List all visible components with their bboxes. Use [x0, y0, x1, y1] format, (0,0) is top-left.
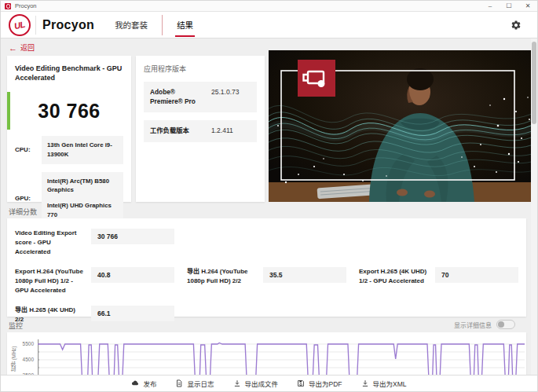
details-card: Video Editing Export score - GPU Acceler… — [7, 218, 526, 317]
logo-divider — [35, 16, 36, 35]
detail-label: 导出 H.265 (4K UHD) 2/2 — [15, 306, 84, 324]
export-file-button[interactable]: 导出成文件 — [233, 379, 279, 388]
window-titlebar: Procyon – ☐ ✕ — [1, 1, 537, 12]
show-log-button[interactable]: 显示日志 — [175, 379, 214, 388]
versions-heading: 应用程序版本 — [144, 64, 257, 74]
scrollbar-thumb[interactable] — [532, 42, 536, 124]
detail-cell: Export H.264 (YouTube 1080p Full HD) 1/2… — [15, 267, 174, 295]
brand-title: Procyon — [42, 18, 94, 32]
export-pdf-label: 导出为PDF — [309, 379, 342, 388]
chart-y-tick: 5500 — [7, 341, 34, 346]
monitoring-chart-svg — [38, 337, 525, 376]
cloud-upload-icon — [131, 379, 139, 387]
detail-label: Video Editing Export score - GPU Acceler… — [15, 229, 84, 257]
monitoring-heading: 监控 — [9, 321, 23, 331]
show-details-toggle-row: 显示详细信息 — [454, 320, 515, 329]
settings-button[interactable] — [511, 20, 522, 31]
cpu-label: CPU: — [15, 136, 42, 163]
show-log-label: 显示日志 — [187, 379, 214, 388]
version-value: 1.2.411 — [211, 126, 233, 136]
video-editing-logo — [298, 60, 335, 97]
detail-value: 40.8 — [91, 267, 174, 283]
detail-label: 导出 H.264 (YouTube 1080p Full HD) 2/2 — [187, 267, 256, 286]
app-icon — [5, 3, 11, 9]
version-name: 工作负载版本 — [150, 126, 207, 136]
detail-cell: 导出 H.264 (YouTube 1080p Full HD) 2/2 35.… — [187, 267, 346, 295]
version-row-workload: 工作负载版本 1.2.411 — [144, 120, 257, 142]
publish-label: 发布 — [143, 379, 156, 388]
minimize-button[interactable]: – — [481, 1, 500, 11]
cpu-value: 13th Gen Intel Core i9-13900K — [42, 136, 123, 163]
footer-toolbar: 发布 显示日志 导出成文件 导出为PDF 导出为XML — [1, 375, 537, 391]
detail-cell: Export H.265 (4K UHD) 1/2 - GPU Accelera… — [359, 267, 518, 295]
version-name: Adobe® Premiere® Pro — [150, 88, 207, 106]
toggle-knob — [498, 321, 504, 328]
scrollbar-track[interactable] — [531, 38, 537, 376]
gpu-line-2: Intel(R) UHD Graphics 770 — [47, 201, 118, 219]
export-xml-label: 导出为XML — [373, 379, 407, 388]
tab-divider — [162, 15, 163, 35]
back-arrow-icon: ← — [9, 43, 17, 53]
back-label: 返回 — [20, 42, 35, 53]
log-document-icon — [175, 379, 183, 387]
monitoring-chart — [38, 337, 525, 376]
export-file-label: 导出成文件 — [245, 379, 279, 388]
detail-label: Export H.265 (4K UHD) 1/2 - GPU Accelera… — [359, 267, 428, 286]
gear-icon — [511, 20, 522, 31]
window-title: Procyon — [15, 2, 37, 9]
details-heading: 详细分数 — [9, 207, 37, 217]
benchmark-score: 30 766 — [38, 100, 100, 123]
chart-y-tick: 4500 — [7, 357, 34, 362]
app-header: UL Procyon 我的套装 结果 — [1, 12, 537, 38]
score-row: 30 766 — [15, 93, 123, 128]
detail-cell: 导出 H.265 (4K UHD) 2/2 66.1 — [15, 306, 174, 324]
score-accent-bar — [7, 92, 10, 130]
detail-value: 35.5 — [263, 267, 346, 283]
show-details-toggle[interactable] — [496, 320, 515, 329]
close-button[interactable]: ✕ — [518, 1, 537, 11]
benchmark-hero-image — [269, 50, 533, 202]
detail-cell: Video Editing Export score - GPU Acceler… — [15, 229, 174, 257]
gpu-value: Intel(R) Arc(TM) B580 Graphics Intel(R) … — [42, 172, 123, 225]
back-button[interactable]: ← 返回 — [9, 42, 35, 53]
versions-card: 应用程序版本 Adobe® Premiere® Pro 25.1.0.73 工作… — [136, 56, 265, 202]
detail-value: 66.1 — [91, 306, 174, 321]
hero-illustration — [269, 50, 533, 202]
toggle-label: 显示详细信息 — [454, 321, 492, 329]
tab-results[interactable]: 结果 — [177, 12, 193, 38]
version-row-premiere: Adobe® Premiere® Pro 25.1.0.73 — [144, 82, 257, 112]
score-card: Video Editing Benchmark - GPU Accelerate… — [7, 56, 131, 202]
window-controls: – ☐ ✕ — [481, 1, 537, 11]
procyon-window: Procyon – ☐ ✕ UL Procyon 我的套装 结果 ← 返回 Vi… — [0, 0, 538, 392]
benchmark-title: Video Editing Benchmark - GPU Accelerate… — [15, 64, 123, 82]
download-icon — [361, 379, 369, 387]
gpu-line-1: Intel(R) Arc(TM) B580 Graphics — [47, 177, 118, 195]
maximize-button[interactable]: ☐ — [500, 1, 518, 11]
camera-lens-dot — [318, 80, 325, 87]
monitoring-card: 时钟 (MHz) 5500 4500 3500 — [7, 332, 526, 376]
tab-my-suites[interactable]: 我的套装 — [115, 12, 148, 38]
export-xml-button[interactable]: 导出为XML — [361, 379, 407, 388]
tab-results-label: 结果 — [177, 19, 193, 31]
download-icon — [233, 379, 241, 387]
detail-value: 70 — [435, 267, 518, 283]
version-value: 25.1.0.73 — [211, 88, 239, 106]
detail-value: 30 766 — [91, 229, 174, 244]
detail-label: Export H.264 (YouTube 1080p Full HD) 1/2… — [15, 267, 84, 295]
cpu-row: CPU: 13th Gen Intel Core i9-13900K — [15, 136, 123, 163]
export-pdf-button[interactable]: 导出为PDF — [297, 379, 342, 388]
active-tab-underline — [175, 35, 195, 37]
publish-button[interactable]: 发布 — [131, 379, 156, 388]
ul-logo-text: UL — [13, 19, 26, 31]
save-pdf-icon — [297, 379, 305, 387]
ul-logo: UL — [9, 14, 31, 36]
